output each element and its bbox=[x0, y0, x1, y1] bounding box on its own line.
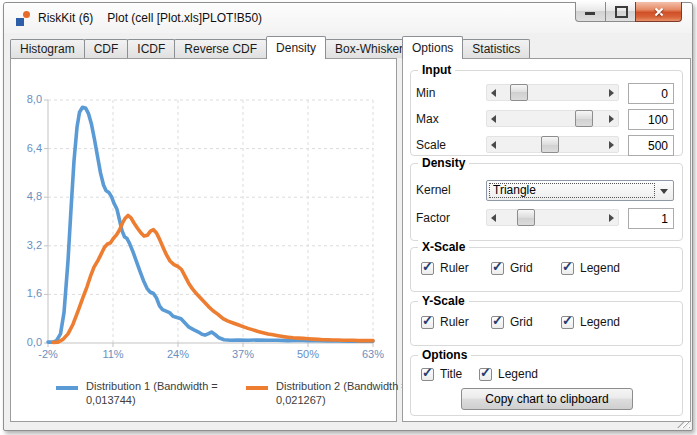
x-tick-label: 63% bbox=[353, 348, 393, 360]
slider-left-arrow-icon[interactable] bbox=[487, 210, 501, 225]
chart-legend: Distribution 1 (Bandwidth = 0,013744) Di… bbox=[56, 379, 386, 415]
slider-thumb[interactable] bbox=[517, 209, 535, 226]
checkbox-label: Legend bbox=[580, 315, 620, 329]
kernel-label: Kernel bbox=[416, 183, 451, 197]
tab-box-whisker[interactable]: Box-Whisker bbox=[325, 39, 413, 58]
checkbox[interactable]: ✓ bbox=[561, 316, 574, 329]
y-tick-label: 0,0 bbox=[11, 336, 42, 348]
slider-right-arrow-icon[interactable] bbox=[604, 111, 618, 126]
slider-right-arrow-icon[interactable] bbox=[604, 85, 618, 100]
minimize-icon bbox=[585, 12, 595, 15]
max-value-input[interactable] bbox=[628, 109, 674, 130]
slider-left-arrow-icon[interactable] bbox=[487, 111, 501, 126]
panel-tabs: Options Statistics bbox=[402, 35, 529, 59]
app-icon bbox=[16, 11, 31, 26]
checkbox-label: Legend bbox=[580, 261, 620, 275]
tab-cdf[interactable]: CDF bbox=[84, 39, 129, 58]
close-icon bbox=[653, 6, 665, 18]
y-legend-checkbox[interactable]: ✓ Legend bbox=[561, 315, 620, 329]
x-ruler-checkbox[interactable]: ✓ Ruler bbox=[421, 261, 491, 275]
y-tick-label: 4,8 bbox=[11, 190, 42, 202]
checkbox[interactable]: ✓ bbox=[421, 316, 434, 329]
maximize-button[interactable] bbox=[605, 2, 636, 22]
tab-reverse-cdf[interactable]: Reverse CDF bbox=[174, 39, 267, 58]
checkbox[interactable]: ✓ bbox=[561, 262, 574, 275]
tab-statistics[interactable]: Statistics bbox=[462, 39, 530, 58]
options-checkbox-row: ✓ Title ✓ Legend bbox=[421, 367, 538, 381]
y-grid-checkbox[interactable]: ✓ Grid bbox=[491, 315, 561, 329]
x-grid-checkbox[interactable]: ✓ Grid bbox=[491, 261, 561, 275]
legend-checkbox[interactable]: ✓ Legend bbox=[479, 367, 538, 381]
max-slider[interactable] bbox=[486, 110, 619, 127]
y-tick-label: 1,6 bbox=[11, 287, 42, 299]
scale-slider[interactable] bbox=[486, 136, 619, 153]
scale-row: Scale bbox=[411, 135, 682, 156]
density-group-title: Density bbox=[418, 156, 469, 170]
options-page: Input Min Max Scale bbox=[402, 58, 691, 422]
x-scale-group: X-Scale ✓ Ruler ✓ Grid ✓ Legend bbox=[410, 247, 683, 292]
factor-row: Factor bbox=[411, 208, 682, 229]
scale-value-input[interactable] bbox=[628, 135, 674, 156]
check-icon: ✓ bbox=[480, 365, 491, 380]
density-chart-page: 0,01,63,24,86,48,0 -2%11%24%37%50%63% Di… bbox=[10, 58, 397, 422]
x-tick-label: 11% bbox=[93, 348, 133, 360]
factor-slider[interactable] bbox=[486, 209, 619, 226]
max-row: Max bbox=[411, 109, 682, 130]
tab-options[interactable]: Options bbox=[402, 36, 463, 59]
slider-thumb[interactable] bbox=[575, 110, 593, 127]
close-button[interactable] bbox=[635, 2, 682, 22]
slider-right-arrow-icon[interactable] bbox=[604, 137, 618, 152]
checkbox-label: Grid bbox=[510, 315, 533, 329]
app-window: RiskKit (6)Plot (cell [Plot.xls]PLOT!B50… bbox=[3, 2, 693, 431]
tab-density[interactable]: Density bbox=[266, 36, 326, 59]
kernel-dropdown[interactable]: Triangle bbox=[486, 180, 674, 201]
density-group: Density Kernel Triangle Factor bbox=[410, 163, 683, 241]
legend-swatch bbox=[56, 386, 78, 390]
minimize-button[interactable] bbox=[575, 2, 606, 22]
checkbox[interactable]: ✓ bbox=[491, 262, 504, 275]
slider-left-arrow-icon[interactable] bbox=[487, 137, 501, 152]
slider-thumb[interactable] bbox=[510, 84, 528, 101]
x-tick-label: 24% bbox=[158, 348, 198, 360]
y-scale-group-title: Y-Scale bbox=[418, 294, 469, 308]
check-icon: ✓ bbox=[562, 313, 573, 328]
min-value-input[interactable] bbox=[628, 83, 674, 104]
kernel-selected-value: Triangle bbox=[493, 183, 536, 197]
checkbox[interactable]: ✓ bbox=[491, 316, 504, 329]
check-icon: ✓ bbox=[492, 259, 503, 274]
x-legend-checkbox[interactable]: ✓ Legend bbox=[561, 261, 620, 275]
input-group-title: Input bbox=[418, 63, 455, 77]
x-tick-label: 50% bbox=[288, 348, 328, 360]
copy-chart-button[interactable]: Copy chart to clipboard bbox=[461, 388, 633, 410]
y-scale-group: Y-Scale ✓ Ruler ✓ Grid ✓ Legend bbox=[410, 301, 683, 346]
factor-value-input[interactable] bbox=[628, 208, 674, 229]
options-group-title: Options bbox=[418, 348, 471, 362]
tab-histogram[interactable]: Histogram bbox=[10, 39, 85, 58]
slider-left-arrow-icon[interactable] bbox=[487, 85, 501, 100]
checkbox-label: Grid bbox=[510, 261, 533, 275]
plot-svg bbox=[48, 100, 373, 343]
check-icon: ✓ bbox=[422, 313, 433, 328]
chevron-down-icon[interactable] bbox=[660, 189, 668, 198]
tab-icdf[interactable]: ICDF bbox=[127, 39, 175, 58]
check-icon: ✓ bbox=[492, 313, 503, 328]
check-icon: ✓ bbox=[422, 259, 433, 274]
slider-thumb[interactable] bbox=[541, 136, 559, 153]
legend-label: Distribution 1 (Bandwidth = 0,013744) bbox=[86, 379, 236, 408]
chart-tabs: Histogram CDF ICDF Reverse CDF Density B… bbox=[10, 35, 412, 59]
checkbox[interactable]: ✓ bbox=[421, 262, 434, 275]
y-tick-label: 6,4 bbox=[11, 142, 42, 154]
y-ruler-checkbox[interactable]: ✓ Ruler bbox=[421, 315, 491, 329]
checkbox-label: Legend bbox=[498, 367, 538, 381]
checkbox-label: Ruler bbox=[440, 315, 469, 329]
title-checkbox[interactable]: ✓ Title bbox=[421, 367, 479, 381]
x-tick-label: -2% bbox=[28, 348, 68, 360]
maximize-icon bbox=[615, 6, 628, 18]
checkbox[interactable]: ✓ bbox=[479, 368, 492, 381]
x-scale-group-title: X-Scale bbox=[418, 240, 469, 254]
checkbox[interactable]: ✓ bbox=[421, 368, 434, 381]
window-title-doc: Plot (cell [Plot.xls]PLOT!B50) bbox=[107, 11, 262, 25]
min-slider[interactable] bbox=[486, 84, 619, 101]
slider-right-arrow-icon[interactable] bbox=[604, 210, 618, 225]
options-group: Options ✓ Title ✓ Legend Copy chart to c… bbox=[410, 355, 683, 416]
